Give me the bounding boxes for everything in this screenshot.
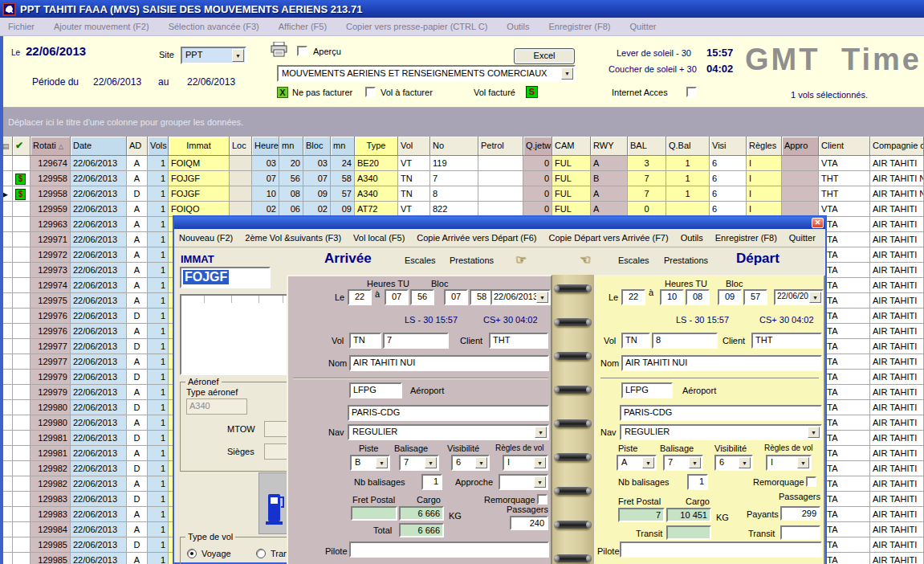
cell-rotati[interactable]: 129979 [31, 370, 71, 385]
arrival-airport-code-input[interactable]: LFPG [349, 382, 402, 398]
cell-regles[interactable]: I [747, 186, 782, 202]
cell-cam[interactable]: FUL [552, 156, 591, 171]
cell-vols[interactable]: 1 [148, 553, 169, 564]
departure-pilote-input[interactable] [620, 542, 822, 558]
cell-cam[interactable]: FUL [552, 171, 591, 186]
cell-compagnie[interactable]: AIR TAHITI [870, 354, 924, 370]
chevron-down-icon[interactable]: ▼ [475, 457, 487, 468]
cell-visi[interactable]: 6 [710, 186, 747, 202]
cell-compagnie[interactable]: AIR TAHITI [870, 522, 924, 537]
cell-compagnie[interactable]: AIR TAHITI [870, 202, 924, 217]
departure-airport-code-input[interactable]: LFPG [621, 382, 673, 398]
cell-chk[interactable] [13, 492, 31, 507]
cell-chk[interactable]: $ [13, 186, 31, 202]
column-header-type[interactable]: Type [355, 137, 398, 156]
cell-type[interactable]: A340 [355, 186, 398, 202]
cell-vol[interactable]: TN [398, 171, 430, 186]
cell-vols[interactable]: 1 [148, 339, 169, 354]
departure-nb-balisages-input[interactable]: 1 [687, 474, 708, 490]
table-row[interactable]: ▶$12995822/06/2013D1FOJGF10080957A340TN8… [0, 186, 924, 202]
cell-no[interactable]: 8 [430, 186, 478, 202]
cell-heure[interactable]: 03 [252, 156, 279, 171]
cell-compagnie[interactable]: AIR TAHITI [870, 415, 924, 431]
cell-compagnie[interactable]: AIR TAHITI [870, 324, 924, 339]
cell-chk[interactable] [13, 446, 31, 461]
cell-chk[interactable] [13, 507, 31, 522]
cell-date[interactable]: 22/06/2013 [71, 309, 127, 324]
menu-selection-avancee[interactable]: Sélection avancée (F3) [169, 22, 259, 31]
column-header-rwy[interactable]: RWY [591, 137, 628, 156]
column-header-rotati[interactable]: Rotati△ [31, 137, 71, 156]
report-select[interactable]: MOUVEMENTS AERIENS ET RENSEIGNEMENTS COM… [277, 65, 576, 82]
cell-chk[interactable] [13, 324, 31, 339]
column-header-appro[interactable]: Appro [782, 137, 819, 156]
cell-ad[interactable]: A [127, 247, 148, 263]
cell-ad[interactable]: A [127, 324, 148, 339]
column-header-ad[interactable]: AD [127, 137, 148, 156]
cell-compagnie[interactable]: AIR TAHITI [870, 293, 924, 309]
cell-vols[interactable]: 1 [148, 202, 169, 217]
cell-vols[interactable]: 1 [148, 385, 169, 400]
cell-appro[interactable] [782, 186, 819, 202]
arrival-vol-number-input[interactable]: 7 [383, 333, 449, 349]
cell-ad[interactable]: D [127, 431, 148, 446]
cell-chk[interactable] [13, 537, 31, 553]
cell-regles[interactable]: I [747, 171, 782, 186]
cell-compagnie[interactable]: AIR TAHITI [870, 553, 924, 564]
cell-vols[interactable]: 1 [148, 522, 169, 537]
arrival-hour-input[interactable]: 07 [385, 289, 409, 305]
arrival-minute-input[interactable]: 56 [410, 289, 434, 305]
cell-ad[interactable]: A [127, 217, 148, 232]
cell-mn1[interactable]: 20 [279, 156, 303, 171]
cell-date[interactable]: 22/06/2013 [71, 522, 127, 537]
cell-ad[interactable]: A [127, 476, 148, 492]
cell-date[interactable]: 22/06/2013 [71, 415, 127, 431]
cell-heure[interactable]: 10 [252, 186, 279, 202]
cell-chk[interactable] [13, 309, 31, 324]
cell-chk[interactable] [13, 293, 31, 309]
cell-compagnie[interactable]: AIR TAHITI [870, 385, 924, 400]
cell-vols[interactable]: 1 [148, 492, 169, 507]
cell-ad[interactable]: A [127, 385, 148, 400]
close-icon[interactable]: ✕ [812, 218, 824, 228]
cell-ad[interactable]: A [127, 293, 148, 309]
cell-chk[interactable] [13, 415, 31, 431]
departure-transit-pax-input[interactable] [780, 525, 820, 540]
cell-rotati[interactable]: 129982 [31, 476, 71, 492]
departure-prestations-link[interactable]: Prestations [664, 255, 708, 265]
departure-piste-select[interactable]: A▼ [617, 455, 657, 471]
cell-qjetw[interactable]: 0 [523, 171, 552, 186]
arrival-day-input[interactable]: 22 [348, 289, 372, 305]
cell-vols[interactable]: 1 [148, 232, 169, 247]
cell-immat[interactable]: FOJGF [169, 171, 230, 186]
cell-rwy[interactable]: A [591, 186, 628, 202]
cell-vols[interactable]: 1 [148, 354, 169, 370]
cell-vols[interactable]: 1 [148, 431, 169, 446]
printer-icon[interactable] [271, 42, 288, 60]
chevron-down-icon[interactable]: ▼ [425, 457, 437, 468]
cell-date[interactable]: 22/06/2013 [71, 537, 127, 553]
arrival-cargo-input[interactable]: 6 666 [399, 506, 444, 521]
cell-date[interactable]: 22/06/2013 [71, 293, 127, 309]
cell-compagnie[interactable]: AIR TAHITI [870, 446, 924, 461]
cell-chk[interactable] [13, 431, 31, 446]
cell-bal[interactable]: 7 [628, 186, 666, 202]
departure-bloc-minute-input[interactable]: 57 [743, 289, 767, 305]
cell-compagnie[interactable]: AIR TAHITI [870, 156, 924, 171]
cell-petrol[interactable] [478, 186, 523, 202]
cell-rotati[interactable]: 129984 [31, 522, 71, 537]
arrival-remorquage-checkbox[interactable] [537, 494, 547, 505]
cell-date[interactable]: 22/06/2013 [71, 461, 127, 476]
cell-client[interactable]: THT [819, 171, 870, 186]
cell-rotati[interactable]: 129985 [31, 537, 71, 553]
cell-vols[interactable]: 1 [148, 400, 169, 415]
cell-date[interactable]: 22/06/2013 [71, 171, 127, 186]
chevron-down-icon[interactable]: ▼ [535, 427, 547, 438]
cell-rotati[interactable]: 129958 [31, 171, 71, 186]
cell-rotati[interactable]: 129674 [31, 156, 71, 171]
column-header-vols[interactable]: Vols [148, 137, 169, 156]
column-header-bal[interactable]: BAL [628, 137, 666, 156]
cell-vol[interactable]: VT [398, 156, 430, 171]
chevron-down-icon[interactable]: ▼ [809, 292, 821, 303]
excel-button[interactable]: Excel [514, 48, 575, 64]
